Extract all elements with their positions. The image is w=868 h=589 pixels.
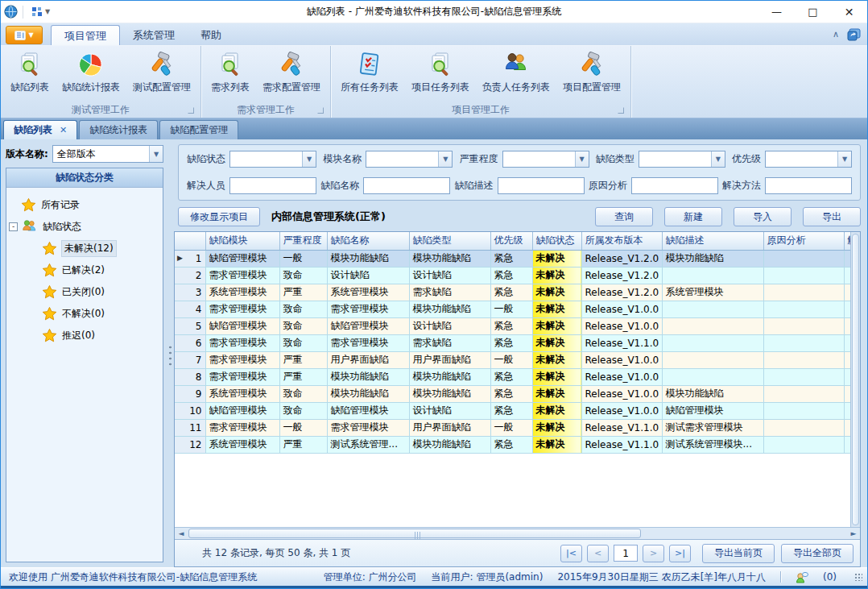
page-number-input[interactable]	[614, 545, 638, 562]
ribbon-button-label: 测试配置管理	[133, 81, 191, 94]
collapse-ribbon-icon[interactable]: ∧	[833, 30, 839, 39]
table-row[interactable]: 9系统管理模块致命模块功能缺陷模块功能缺陷紧急未解决Release_V1.0.0…	[175, 385, 850, 402]
minimize-button[interactable]: —	[758, 1, 795, 23]
messages-user-icon[interactable]	[796, 571, 808, 583]
resize-grip-icon[interactable]	[854, 573, 862, 581]
tree-item-0[interactable]: 所有记录	[10, 194, 159, 216]
column-header-3[interactable]: 缺陷类型	[409, 232, 490, 250]
ribbon-button-1-1[interactable]: 需求配置管理	[256, 48, 327, 96]
combo-dropdown-icon[interactable]: ▼	[438, 151, 452, 167]
tree-expand-icon[interactable]: -	[9, 222, 18, 231]
help-window-icon[interactable]	[847, 28, 861, 41]
filter-input-2[interactable]	[498, 177, 585, 194]
ribbon-tab-2[interactable]: 帮助	[188, 25, 234, 45]
column-header-4[interactable]: 优先级	[490, 232, 532, 250]
first-page-button[interactable]: |<	[560, 545, 582, 562]
export-all-pages-button[interactable]: 导出全部页	[781, 544, 854, 563]
filter-input-0[interactable]	[229, 177, 316, 194]
column-header-5[interactable]: 缺陷状态	[532, 232, 581, 250]
filter-input-3[interactable]	[631, 177, 718, 194]
table-row[interactable]: 4需求管理模块致命需求管理模块模块功能缺陷一般未解决Release_V1.0.0	[175, 301, 850, 317]
table-row[interactable]: 12系统管理模块严重测试系统管理...模块功能缺陷紧急未解决Release_V1…	[175, 436, 850, 453]
filter-combo-2[interactable]: ▼	[502, 151, 589, 168]
combo-dropdown-icon[interactable]: ▼	[149, 146, 163, 162]
modify-display-items-button[interactable]: 修改显示项目	[178, 207, 260, 226]
table-row[interactable]: 7需求管理模块严重用户界面缺陷用户界面缺陷一般未解决Release_V1.0.0	[175, 351, 850, 368]
application-menu-button[interactable]: ▼	[6, 26, 43, 44]
table-row[interactable]: ▶1缺陷管理模块一般模块功能缺陷模块功能缺陷紧急未解决Release_V1.2.…	[175, 250, 850, 267]
filter-combo-0[interactable]: ▼	[229, 151, 316, 168]
column-header-6[interactable]: 所属发布版本	[581, 232, 662, 250]
ribbon-button-2-1[interactable]: 项目任务列表	[405, 48, 476, 96]
column-header-9[interactable]: 解决方法	[844, 232, 850, 250]
table-row[interactable]: 10缺陷管理模块致命缺陷管理模块设计缺陷紧急未解决Release_V1.0.0缺…	[175, 402, 850, 419]
version-combo[interactable]: 全部版本 ▼	[52, 145, 163, 163]
close-button[interactable]: ✕	[831, 1, 867, 23]
action-button-3[interactable]: 导出	[803, 207, 861, 226]
filter-combo-3[interactable]: ▼	[639, 151, 725, 168]
close-tab-icon[interactable]: ✕	[60, 125, 67, 135]
column-header-2[interactable]: 缺陷名称	[327, 232, 409, 250]
column-header-0[interactable]: 缺陷模块	[205, 232, 279, 250]
table-row[interactable]: 11需求管理模块一般需求管理模块用户界面缺陷一般未解决Release_V1.1.…	[175, 419, 850, 436]
quick-access-toolbar[interactable]: ▼	[28, 5, 53, 19]
column-header-7[interactable]: 缺陷描述	[662, 232, 763, 250]
table-row[interactable]: 3系统管理模块严重系统管理模块需求缺陷紧急未解决Release_V1.2.0系统…	[175, 284, 850, 301]
ribbon-button-1-0[interactable]: 需求列表	[205, 48, 256, 96]
combo-dropdown-icon[interactable]: ▼	[575, 151, 589, 167]
combo-dropdown-icon[interactable]: ▼	[837, 151, 851, 167]
table-row[interactable]: 5缺陷管理模块致命缺陷管理模块设计缺陷紧急未解决Release_V1.0.0	[175, 317, 850, 334]
filter-input-1[interactable]	[363, 177, 450, 194]
tree-item-3[interactable]: 已解决(2)	[10, 259, 159, 281]
doc-tab-0[interactable]: 缺陷列表✕	[3, 120, 77, 139]
dialog-launcher-icon[interactable]	[618, 107, 624, 114]
export-current-page-button[interactable]: 导出当前页	[702, 544, 775, 563]
doc-tab-2[interactable]: 缺陷配置管理	[159, 120, 238, 139]
action-button-2[interactable]: 导入	[734, 207, 792, 226]
ribbon-tab-1[interactable]: 系统管理	[120, 25, 188, 45]
tree-item-1[interactable]: -缺陷状态	[10, 216, 159, 238]
thumb-grip-icon	[415, 532, 421, 540]
maximize-button[interactable]: □	[795, 1, 831, 23]
action-button-1[interactable]: 新建	[664, 207, 722, 226]
dialog-launcher-icon[interactable]	[317, 107, 324, 114]
doc-tab-1[interactable]: 缺陷统计报表	[79, 120, 158, 139]
table-row[interactable]: 2需求管理模块致命设计缺陷设计缺陷紧急未解决Release_V1.2.0	[175, 267, 850, 284]
table-row[interactable]: 6需求管理模块致命需求管理模块需求缺陷紧急未解决Release_V1.1.0	[175, 334, 850, 351]
dialog-launcher-icon[interactable]	[188, 107, 194, 114]
combo-dropdown-icon[interactable]: ▼	[711, 151, 725, 167]
panel-splitter[interactable]	[167, 139, 174, 567]
tree-item-6[interactable]: 推迟(0)	[10, 325, 159, 346]
ribbon-button-2-2[interactable]: 负责人任务列表	[476, 48, 556, 96]
ribbon-button-2-3[interactable]: 项目配置管理	[556, 48, 627, 96]
combo-dropdown-icon[interactable]: ▼	[302, 151, 316, 167]
action-button-0[interactable]: 查询	[595, 207, 653, 226]
table-row[interactable]: 8需求管理模块严重模块功能缺陷模块功能缺陷紧急未解决Release_V1.0.0	[175, 368, 850, 385]
scroll-left-icon[interactable]: ◄	[175, 529, 188, 537]
column-header-8[interactable]: 原因分析	[763, 232, 844, 250]
ribbon-button-label: 负责人任务列表	[482, 81, 550, 94]
next-page-button[interactable]: >	[643, 545, 664, 562]
cell	[844, 250, 850, 267]
last-page-button[interactable]: >|	[669, 545, 691, 562]
tools-icon	[279, 52, 304, 81]
tree-item-5[interactable]: 不解决(0)	[10, 303, 159, 325]
filter-field-r1-0: 缺陷状态▼	[187, 151, 316, 168]
scroll-right-icon[interactable]: ►	[847, 529, 860, 537]
filter-combo-1[interactable]: ▼	[366, 151, 453, 168]
ribbon-button-2-0[interactable]: 所有任务列表	[334, 48, 405, 96]
horizontal-scrollbar[interactable]: ◄ ►	[175, 527, 860, 539]
ribbon-tab-0[interactable]: 项目管理	[51, 25, 120, 45]
prev-page-button[interactable]: <	[587, 545, 609, 562]
ribbon-button-0-2[interactable]: 测试配置管理	[126, 48, 197, 96]
ribbon-button-0-1[interactable]: 缺陷统计报表	[56, 48, 126, 96]
tree-item-4[interactable]: 已关闭(0)	[10, 281, 159, 303]
horizontal-scrollbar-thumb[interactable]	[188, 529, 641, 538]
filter-input-4[interactable]	[765, 177, 852, 194]
vertical-scrollbar-thumb[interactable]	[852, 234, 859, 525]
vertical-scrollbar[interactable]	[850, 232, 860, 527]
filter-combo-4[interactable]: ▼	[765, 151, 852, 168]
column-header-1[interactable]: 严重程度	[279, 232, 327, 250]
tree-item-2[interactable]: 未解决(12)	[10, 238, 159, 259]
ribbon-button-0-0[interactable]: 缺陷列表	[4, 48, 56, 96]
